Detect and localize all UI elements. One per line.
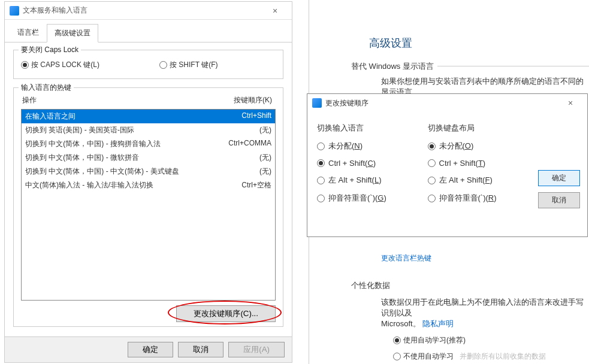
cancel-button[interactable]: 取消 <box>538 192 580 208</box>
tabs: 语言栏 高级键设置 <box>5 20 292 43</box>
hotkey-list[interactable]: 在输入语言之间 Ctrl+Shift 切换到 英语(美国) - 美国英语-国际 … <box>21 109 276 301</box>
row-key: (无) <box>259 153 271 163</box>
section-override-language: 替代 Windows 显示语言 <box>351 66 589 66</box>
page-heading: 高级设置 <box>309 12 589 61</box>
row-action: 切换到 中文(简体，中国) - 中文(简体) - 美式键盘 <box>25 166 179 177</box>
radio-label: 不使用自动学习 <box>403 351 454 362</box>
hotkey-group: 输入语言的热键 操作 按键顺序(K) 在输入语言之间 Ctrl+Shift 切换… <box>13 87 283 327</box>
switch-input-language-column: 切换输入语言 未分配(N) Ctrl + Shift(C) 左 Alt + Sh… <box>317 123 423 211</box>
sub-title: 更改按键顺序 <box>325 98 558 108</box>
privacy-link[interactable]: 隐私声明 <box>422 319 454 328</box>
radio-icon <box>428 142 436 150</box>
radio-not-assigned[interactable]: 未分配(N) <box>317 141 423 151</box>
radio-icon <box>428 159 436 167</box>
row-action: 切换到 中文(简体，中国) - 微软拼音 <box>25 153 139 163</box>
radio-icon <box>317 177 325 184</box>
caps-lock-group: 要关闭 Caps Lock 按 CAPS LOCK 键(L) 按 SHIFT 键… <box>13 50 283 79</box>
section-personal-data: 个性化数据 <box>309 263 589 291</box>
tab-advanced-keys[interactable]: 高级键设置 <box>47 24 98 43</box>
cancel-button[interactable]: 取消 <box>178 342 223 357</box>
radio-grave-accent[interactable]: 抑音符重音(`)(R) <box>428 193 534 204</box>
radio-note: 并删除所有以前收集的数据 <box>460 351 546 362</box>
list-item[interactable]: 在输入语言之间 Ctrl+Shift <box>22 110 275 123</box>
ok-button[interactable]: 确定 <box>538 170 580 186</box>
radio-shift-label: 按 SHIFT 键(F) <box>170 60 218 70</box>
main-titlebar: 文本服务和输入语言 × <box>5 2 292 20</box>
radio-ctrl-shift[interactable]: Ctrl + Shift(T) <box>428 159 534 168</box>
row-action: 在输入语言之间 <box>25 111 75 122</box>
radio-icon <box>428 177 436 184</box>
radio-capslock-label: 按 CAPS LOCK 键(L) <box>31 60 99 70</box>
sub-button-column: 确定 取消 <box>538 123 580 211</box>
radio-alt-shift[interactable]: 左 Alt + Shift(F) <box>428 175 534 186</box>
radio-icon <box>393 336 401 344</box>
keyboard-icon <box>10 6 19 16</box>
list-item[interactable]: 切换到 英语(美国) - 美国英语-国际 (无) <box>22 123 275 137</box>
row-action: 中文(简体)输入法 - 输入法/非输入法切换 <box>25 180 153 190</box>
radio-icon <box>317 142 325 150</box>
dialog-body: 要关闭 Caps Lock 按 CAPS LOCK 键(L) 按 SHIFT 键… <box>5 43 292 342</box>
row-key: Ctrl+Shift <box>241 111 271 122</box>
radio-icon <box>317 195 325 202</box>
radio-icon <box>21 61 29 69</box>
radio-icon <box>428 195 436 202</box>
row-action: 切换到 英语(美国) - 美国英语-国际 <box>25 125 134 135</box>
keyboard-icon <box>312 98 322 108</box>
ok-button[interactable]: 确定 <box>128 342 173 357</box>
row-action: 切换到 中文(简体，中国) - 搜狗拼音输入法 <box>25 139 161 149</box>
apply-button[interactable]: 应用(A) <box>228 342 285 357</box>
caps-group-title: 要关闭 Caps Lock <box>19 45 81 55</box>
col-key: 按键顺序(K) <box>234 95 272 105</box>
section-label: 替代 Windows 显示语言 <box>351 61 437 72</box>
radio-autolearn-on[interactable]: 使用自动学习(推荐) <box>393 335 589 345</box>
radio-icon <box>317 159 325 167</box>
radio-autolearn-off[interactable]: 不使用自动学习 并删除所有以前收集的数据 <box>393 351 589 362</box>
radio-alt-shift[interactable]: 左 Alt + Shift(L) <box>317 175 423 186</box>
change-key-sequence-dialog: 更改按键顺序 × 切换输入语言 未分配(N) Ctrl + Shift(C) 左… <box>307 93 588 237</box>
radio-label: 使用自动学习(推荐) <box>403 335 466 345</box>
change-langbar-hotkey-link[interactable]: 更改语言栏热键 <box>381 254 431 262</box>
row-key: (无) <box>259 125 271 135</box>
main-title: 文本服务和输入语言 <box>23 5 263 16</box>
row-key: (无) <box>259 166 271 177</box>
list-item[interactable]: 切换到 中文(简体，中国) - 微软拼音 (无) <box>22 151 275 165</box>
row-key: Ctrl+空格 <box>241 180 271 190</box>
list-item[interactable]: 切换到 中文(简体，中国) - 中文(简体) - 美式键盘 (无) <box>22 165 275 178</box>
col-title: 切换输入语言 <box>317 123 423 134</box>
radio-ctrl-shift[interactable]: Ctrl + Shift(C) <box>317 159 423 168</box>
radio-icon <box>159 61 167 69</box>
list-item[interactable]: 中文(简体)输入法 - 输入法/非输入法切换 Ctrl+空格 <box>22 178 275 192</box>
radio-icon <box>393 353 401 360</box>
switch-keyboard-layout-column: 切换键盘布局 未分配(O) Ctrl + Shift(T) 左 Alt + Sh… <box>428 123 534 211</box>
dialog-footer: 确定 取消 应用(A) <box>5 336 292 362</box>
text-services-dialog: 文本服务和输入语言 × 语言栏 高级键设置 要关闭 Caps Lock 按 CA… <box>4 1 292 363</box>
tab-language-bar[interactable]: 语言栏 <box>10 23 47 42</box>
col-action: 操作 <box>22 95 37 105</box>
radio-shift[interactable]: 按 SHIFT 键(F) <box>159 60 218 70</box>
close-icon[interactable]: × <box>558 98 582 108</box>
radio-capslock[interactable]: 按 CAPS LOCK 键(L) <box>21 60 99 70</box>
radio-not-assigned[interactable]: 未分配(O) <box>428 141 534 151</box>
section-text: 该数据仅用于在此电脑上为不使用输入法的语言来改进手写识别以及 Microsoft… <box>309 291 589 329</box>
radio-grave-accent[interactable]: 抑音符重音(`)(G) <box>317 193 423 204</box>
list-item[interactable]: 切换到 中文(简体，中国) - 搜狗拼音输入法 Ctrl+COMMA <box>22 137 275 151</box>
close-icon[interactable]: × <box>263 6 287 16</box>
row-key: Ctrl+COMMA <box>228 139 271 149</box>
hotkey-group-title: 输入语言的热键 <box>19 83 74 93</box>
col-title: 切换键盘布局 <box>428 123 534 134</box>
change-key-sequence-button[interactable]: 更改按键顺序(C)... <box>176 305 276 322</box>
sub-titlebar: 更改按键顺序 × <box>307 94 587 112</box>
